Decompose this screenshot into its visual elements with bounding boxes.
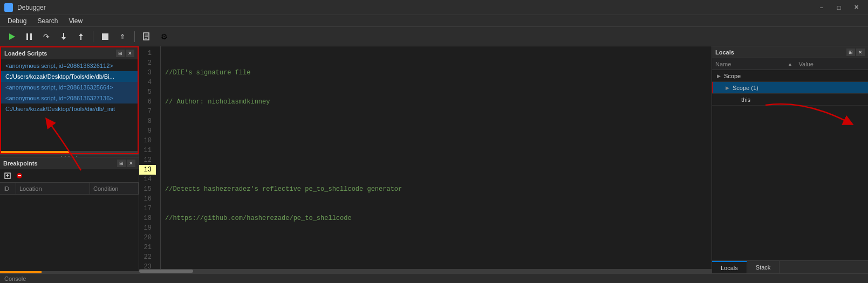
line-num-9: 9 — [139, 126, 156, 136]
locals-header: Locals ⊞ ✕ — [712, 46, 868, 58]
remove-breakpoint-button[interactable] — [14, 170, 25, 181]
line-num-10: 10 — [139, 136, 156, 146]
step-into-button[interactable] — [56, 29, 71, 44]
app-icon — [4, 3, 13, 12]
title-bar: Debugger − □ ✕ — [0, 0, 868, 15]
stop-button[interactable] — [98, 29, 113, 44]
code-line-1: //DIE's signature file — [165, 68, 707, 78]
menu-search[interactable]: Search — [32, 16, 63, 26]
svg-rect-2 — [5, 8, 8, 11]
script-item-1[interactable]: C:/Users/kozak/Desktop/Tools/die/db/Bi..… — [1, 71, 138, 82]
svg-rect-1 — [9, 4, 12, 7]
scope1-expand-icon[interactable]: ▶ — [723, 84, 732, 92]
menu-bar: Debug Search View — [0, 15, 868, 27]
code-line-4 — [165, 155, 707, 165]
script-item-0[interactable]: <anonymous script, id=2086136326112> — [1, 60, 138, 71]
scope-expand-icon[interactable]: ▶ — [714, 72, 723, 80]
line-num-18: 18 — [139, 213, 156, 223]
app-title: Debugger — [17, 4, 46, 11]
scripts-button[interactable] — [139, 29, 154, 44]
locals-col-sort[interactable]: ▲ — [785, 58, 796, 70]
breakpoints-table: ID Location Condition — [0, 183, 139, 271]
left-panels: Loaded Scripts ⊞ ✕ <anonymous script, id… — [0, 46, 139, 273]
main-layout: Loaded Scripts ⊞ ✕ <anonymous script, id… — [0, 46, 868, 273]
line-num-23: 23 — [139, 262, 156, 269]
locals-tab[interactable]: Locals — [712, 261, 747, 273]
stack-tab[interactable]: Stack — [747, 261, 780, 273]
step-up-button[interactable]: ⇑ — [115, 29, 130, 44]
breakpoints-table-header: ID Location Condition — [0, 183, 139, 195]
code-area: 1 2 3 4 5 6 7 8 9 10 11 12 13 14 15 16 1… — [139, 46, 712, 273]
line-num-6: 6 — [139, 97, 156, 107]
locals-tabs: Locals Stack — [712, 260, 868, 273]
locals-item-this[interactable]: this — [712, 94, 868, 106]
toolbar: ↷ ⇑ ⚙ — [0, 27, 868, 46]
breakpoints-controls: ⊞ ✕ — [117, 160, 135, 167]
svg-rect-6 — [30, 33, 32, 40]
scope1-indicator — [712, 82, 713, 93]
code-line-6: //https://github.com/hasherezade/pe_to_s… — [165, 213, 707, 223]
loaded-scripts-close[interactable]: ✕ — [126, 50, 134, 57]
line-num-2: 2 — [139, 58, 156, 68]
line-num-19: 19 — [139, 223, 156, 233]
locals-col-name-header: Name — [712, 58, 785, 70]
close-button[interactable]: ✕ — [849, 2, 864, 13]
script-item-3[interactable]: <anonymous script, id=2086136327136> — [1, 93, 138, 103]
locals-table-header: Name ▲ Value — [712, 58, 868, 70]
bp-col-location: Location — [16, 183, 90, 194]
locals-title: Locals — [715, 49, 734, 56]
this-expand-icon — [732, 95, 740, 104]
code-scrollbar[interactable] — [139, 269, 712, 273]
line-num-17: 17 — [139, 204, 156, 213]
scope-name: Scope — [723, 73, 795, 79]
line-num-11: 11 — [139, 146, 156, 155]
svg-rect-0 — [5, 4, 8, 7]
scope1-name: Scope (1) — [732, 85, 799, 91]
script-item-2[interactable]: <anonymous script, id=2086136325664> — [1, 82, 138, 93]
line-numbers: 1 2 3 4 5 6 7 8 9 10 11 12 13 14 15 16 1… — [139, 46, 161, 269]
this-name: this — [740, 96, 804, 103]
step-out-button[interactable] — [73, 29, 88, 44]
console-label: Console — [4, 275, 26, 282]
minimize-button[interactable]: − — [814, 2, 829, 13]
code-lines: //DIE's signature file // Author: nichol… — [161, 46, 712, 269]
locals-close[interactable]: ✕ — [856, 49, 865, 56]
loaded-scripts-title: Loaded Scripts — [4, 50, 47, 57]
toolbar-separator — [93, 31, 93, 42]
left-arrow-svg — [32, 111, 97, 176]
step-over-button[interactable]: ↷ — [39, 29, 54, 44]
line-num-14: 14 — [139, 175, 156, 184]
line-num-13: 13 — [139, 165, 156, 175]
svg-marker-4 — [9, 33, 15, 40]
code-line-7 — [165, 243, 707, 252]
locals-float[interactable]: ⊞ — [846, 49, 855, 56]
code-line-2: // Author: nicholasmdkinney — [165, 97, 707, 107]
maximize-button[interactable]: □ — [831, 2, 846, 13]
code-content[interactable]: 1 2 3 4 5 6 7 8 9 10 11 12 13 14 15 16 1… — [139, 46, 712, 269]
svg-rect-11 — [102, 33, 108, 40]
breakpoints-close[interactable]: ✕ — [127, 160, 135, 167]
settings-button[interactable]: ⚙ — [156, 29, 172, 44]
add-breakpoint-button[interactable] — [2, 170, 13, 181]
pause-button[interactable] — [22, 29, 37, 44]
locals-item-scope1[interactable]: ▶ Scope (1) — [712, 82, 868, 94]
code-line-3 — [165, 126, 707, 136]
svg-rect-3 — [9, 8, 12, 11]
menu-debug[interactable]: Debug — [2, 16, 32, 26]
bp-col-condition: Condition — [90, 183, 139, 194]
toolbar-separator-2 — [134, 31, 135, 42]
bp-col-id: ID — [0, 183, 16, 194]
run-button[interactable] — [4, 29, 19, 44]
locals-col-value-header: Value — [796, 58, 869, 70]
loaded-scripts-float[interactable]: ⊞ — [116, 50, 125, 57]
line-num-7: 7 — [139, 107, 156, 116]
svg-marker-10 — [79, 33, 83, 36]
code-scrollbar-thumb[interactable] — [139, 270, 193, 273]
breakpoints-float[interactable]: ⊞ — [117, 160, 126, 167]
line-num-20: 20 — [139, 233, 156, 243]
locals-item-scope[interactable]: ▶ Scope — [712, 70, 868, 82]
line-num-15: 15 — [139, 184, 156, 194]
code-line-5: //Detects hashezeradez's reflective pe_t… — [165, 184, 707, 194]
menu-view[interactable]: View — [63, 16, 88, 26]
locals-content: ▶ Scope ▶ Scope (1) this — [712, 70, 868, 260]
